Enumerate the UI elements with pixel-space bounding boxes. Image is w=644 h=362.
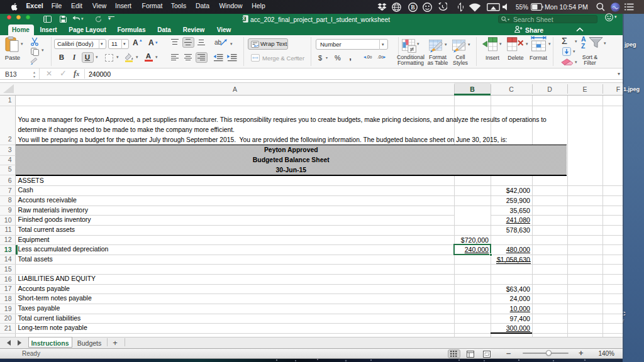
svg-text:B: B <box>411 4 415 11</box>
svg-text:X: X <box>242 16 245 21</box>
